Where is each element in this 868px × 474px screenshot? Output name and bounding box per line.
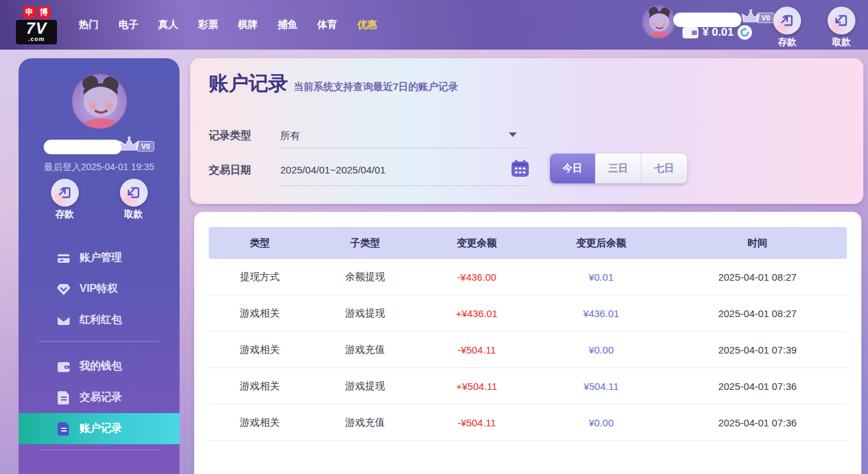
balance-amount: ¥ 0.01 [702, 26, 733, 39]
column-header-change: 变更余额 [419, 237, 534, 250]
column-header-subtype: 子类型 [311, 237, 419, 250]
column-header-time: 时间 [668, 237, 847, 250]
row-time: 2025-04-01 08:27 [668, 271, 847, 283]
sidebar-item-red-packet[interactable]: 红利红包 [19, 305, 180, 336]
range-button-3days[interactable]: 三日 [596, 154, 641, 183]
row-time: 2025-04-01 07:39 [668, 344, 847, 356]
account-records-table-card: 类型 子类型 变更余额 变更后余额 时间 提现方式 余额提现 -¥436.00 … [194, 212, 861, 474]
nav-item-cards[interactable]: 棋牌 [228, 19, 268, 31]
page-title-row: 账户记录 当前系统支持查询最近7日的账户记录 [209, 70, 458, 97]
table-row: 游戏相关 游戏提现 +¥504.11 ¥504.11 2025-04-01 07… [209, 368, 847, 404]
sidebar-item-label: 我的钱包 [80, 359, 122, 373]
row-type: 游戏相关 [209, 307, 311, 320]
row-after-balance: ¥0.01 [534, 271, 668, 283]
wallet-icon [56, 359, 71, 374]
range-button-7days[interactable]: 七日 [641, 154, 687, 183]
row-subtype: 游戏提现 [311, 307, 419, 320]
nav-item-live[interactable]: 真人 [148, 19, 188, 31]
site-logo[interactable]: 申 博 7V .com [16, 6, 57, 44]
record-type-underline [280, 148, 527, 148]
sidebar-deposit-button[interactable]: 存款 [38, 179, 91, 220]
document-icon [56, 391, 71, 405]
date-input[interactable]: 2025/04/01~2025/04/01 [280, 164, 386, 175]
record-type-label: 记录类型 [209, 129, 251, 143]
deposit-arrow-icon [780, 13, 794, 28]
nav-item-hot[interactable]: 热门 [69, 19, 109, 31]
table-row: 提现方式 余额提现 -¥436.00 ¥0.01 2025-04-01 08:2… [209, 259, 847, 295]
nav-item-lottery[interactable]: 彩票 [188, 19, 228, 31]
withdraw-label: 取款 [815, 36, 868, 48]
record-type-select[interactable]: 所有 [280, 130, 300, 142]
sidebar-item-label: 账户管理 [80, 251, 122, 265]
document-icon-active [56, 422, 71, 436]
logo-badges: 申 博 [16, 6, 57, 19]
sidebar-deposit-arrow-icon [58, 185, 72, 200]
sidebar-item-account-records[interactable]: 账户记录 [19, 413, 180, 444]
table-row: 游戏相关 游戏提现 +¥436.01 ¥436.01 2025-04-01 08… [209, 295, 847, 332]
row-change-amount: +¥504.11 [419, 381, 534, 392]
row-type: 游戏相关 [209, 380, 311, 393]
top-bar: 申 博 7V .com 热门 电子 真人 彩票 棋牌 捕鱼 体育 优惠 [0, 0, 868, 50]
row-subtype: 游戏充值 [311, 344, 419, 356]
column-header-type: 类型 [209, 237, 311, 250]
nav-item-promos[interactable]: 优惠 [347, 19, 387, 31]
sidebar-avatar-illustration [72, 74, 127, 128]
sidebar-deposit-label: 存款 [38, 209, 91, 220]
sidebar-item-label: VIP特权 [80, 282, 118, 296]
table-header: 类型 子类型 变更余额 变更后余额 时间 [209, 227, 847, 259]
range-button-today[interactable]: 今日 [550, 154, 596, 183]
logo-badge-1: 申 [23, 6, 36, 19]
wallet-icon [682, 27, 698, 38]
account-records-header-card: 账户记录 当前系统支持查询最近7日的账户记录 记录类型 所有 交易日期 2025… [190, 58, 863, 204]
sidebar-divider [38, 341, 160, 342]
sidebar-item-label: 红利红包 [80, 313, 122, 327]
sidebar-item-my-wallet[interactable]: 我的钱包 [19, 351, 180, 382]
row-type: 游戏相关 [209, 344, 311, 356]
balance-row: ¥ 0.01 [682, 25, 752, 40]
row-after-balance: ¥0.00 [534, 417, 668, 428]
sidebar-avatar[interactable] [71, 73, 128, 130]
withdraw-arrow-icon [834, 13, 849, 28]
row-subtype: 游戏提现 [311, 380, 419, 393]
page-title: 账户记录 [209, 70, 288, 97]
sidebar-item-vip[interactable]: VIP特权 [19, 273, 180, 305]
sidebar-withdraw-arrow-icon [127, 185, 141, 200]
row-type: 游戏相关 [209, 416, 311, 429]
row-after-balance: ¥436.01 [534, 308, 668, 319]
sidebar-withdraw-button[interactable]: 取款 [107, 179, 160, 220]
calendar-icon[interactable] [511, 160, 529, 177]
withdraw-button[interactable]: 取款 [815, 7, 868, 48]
nav-item-slots[interactable]: 电子 [109, 19, 148, 31]
sidebar-item-label: 账户记录 [80, 422, 122, 436]
vip-gem-icon [56, 282, 71, 297]
table-row: 游戏相关 游戏充值 -¥504.11 ¥0.00 2025-04-01 07:3… [209, 332, 847, 368]
row-after-balance: ¥0.00 [534, 344, 668, 356]
sidebar-vip-level-label: V0 [136, 141, 154, 152]
refresh-icon [739, 27, 750, 38]
account-records-table: 类型 子类型 变更余额 变更后余额 时间 提现方式 余额提现 -¥436.00 … [209, 227, 847, 441]
nav-item-fishing[interactable]: 捕鱼 [268, 19, 307, 31]
card-icon [56, 251, 71, 265]
sidebar: V0 最后登入2025-04-01 19:35 存款 取款 [19, 58, 180, 474]
main-nav: 热门 电子 真人 彩票 棋牌 捕鱼 体育 优惠 [69, 19, 387, 31]
sidebar-item-account-management[interactable]: 账户管理 [19, 242, 180, 273]
row-subtype: 余额提现 [311, 271, 419, 283]
chevron-down-icon[interactable] [509, 132, 517, 137]
deposit-button[interactable]: 存款 [761, 7, 814, 48]
row-change-amount: -¥504.11 [419, 417, 534, 428]
row-after-balance: ¥504.11 [534, 381, 668, 392]
logo-sub-text: .com [19, 36, 54, 42]
row-type: 提现方式 [209, 271, 311, 283]
sidebar-withdraw-label: 取款 [107, 209, 160, 220]
row-time: 2025-04-01 07:36 [668, 381, 847, 392]
avatar[interactable] [641, 5, 676, 39]
refresh-balance-button[interactable] [737, 25, 752, 40]
user-cluster: V0 ¥ 0.01 存款 [629, 0, 868, 50]
sidebar-username-redacted [44, 140, 122, 154]
date-range-group: 今日 三日 七日 [550, 154, 687, 183]
row-time: 2025-04-01 08:27 [668, 308, 847, 319]
nav-item-sports[interactable]: 体育 [307, 19, 347, 31]
sidebar-item-transaction-records[interactable]: 交易记录 [19, 382, 180, 413]
sidebar-actions: 存款 取款 [19, 179, 180, 220]
column-header-after: 变更后余额 [534, 237, 668, 250]
